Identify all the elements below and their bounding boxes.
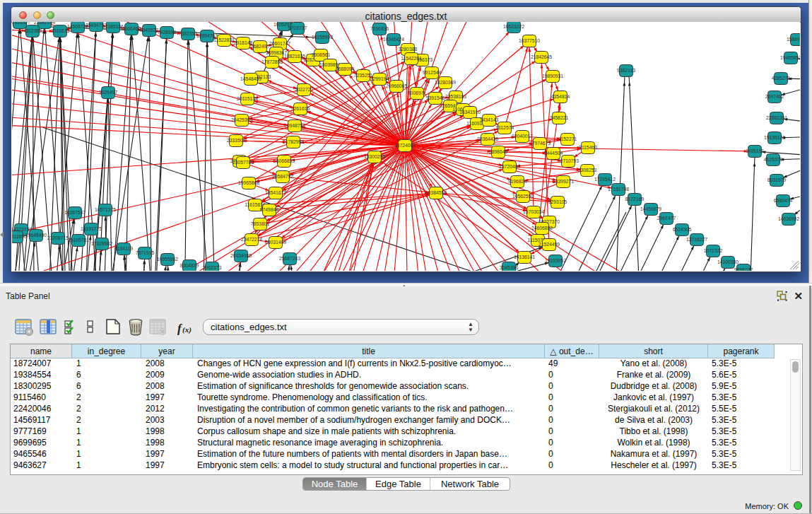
- svg-text:4129379: 4129379: [764, 157, 783, 162]
- svg-text:16267547: 16267547: [64, 210, 86, 215]
- svg-text:15066853: 15066853: [273, 158, 295, 163]
- svg-text:22682194: 22682194: [34, 22, 55, 25]
- svg-text:19465853: 19465853: [780, 55, 800, 60]
- svg-text:16377510: 16377510: [519, 38, 540, 43]
- svg-text:1072322: 1072322: [704, 248, 723, 253]
- svg-text:15869000: 15869000: [787, 37, 800, 42]
- svg-text:19384554: 19384554: [425, 190, 447, 195]
- svg-text:3688094: 3688094: [336, 66, 355, 71]
- svg-text:21842645: 21842645: [531, 54, 552, 59]
- svg-text:15193775: 15193775: [81, 226, 102, 231]
- svg-text:15703034: 15703034: [523, 209, 544, 214]
- svg-text:7371915: 7371915: [136, 250, 155, 255]
- svg-text:20601747: 20601747: [269, 41, 290, 46]
- svg-text:6293105: 6293105: [548, 199, 567, 204]
- svg-text:23057783: 23057783: [233, 160, 254, 165]
- svg-text:5703737: 5703737: [288, 25, 307, 30]
- svg-text:10955862: 10955862: [157, 257, 178, 262]
- svg-text:7428696: 7428696: [158, 30, 177, 35]
- svg-text:3529497: 3529497: [99, 90, 118, 95]
- svg-text:19139121: 19139121: [764, 135, 785, 140]
- svg-text:7382351: 7382351: [179, 31, 198, 36]
- svg-text:9261616: 9261616: [291, 106, 310, 111]
- svg-text:17872858: 17872858: [261, 59, 283, 64]
- svg-text:21782994: 21782994: [283, 139, 304, 144]
- svg-text:16523222: 16523222: [503, 24, 524, 29]
- svg-text:5391546: 5391546: [426, 95, 445, 100]
- svg-text:17329982: 17329982: [91, 241, 112, 246]
- svg-text:9898737: 9898737: [734, 267, 753, 271]
- svg-text:14100380: 14100380: [717, 259, 739, 264]
- svg-text:9912544: 9912544: [423, 70, 442, 75]
- svg-text:19890931: 19890931: [542, 74, 563, 78]
- svg-text:24606882: 24606882: [531, 226, 553, 230]
- svg-text:10571375: 10571375: [95, 207, 116, 212]
- svg-text:17295412: 17295412: [594, 177, 616, 182]
- svg-text:3434143: 3434143: [480, 117, 499, 122]
- svg-text:20966065: 20966065: [386, 83, 407, 88]
- svg-text:15155998: 15155998: [312, 35, 333, 40]
- svg-text:14456679: 14456679: [640, 206, 661, 211]
- svg-text:23472274: 23472274: [241, 237, 262, 242]
- svg-text:9343522: 9343522: [140, 28, 159, 33]
- svg-text:19040017: 19040017: [512, 134, 533, 139]
- svg-text:14280369: 14280369: [435, 80, 456, 85]
- svg-text:19648490: 19648490: [25, 233, 47, 238]
- svg-text:17151708: 17151708: [608, 187, 629, 192]
- svg-text:8152271: 8152271: [558, 136, 577, 141]
- svg-text:18300295: 18300295: [364, 154, 385, 159]
- svg-text:7853801: 7853801: [251, 221, 270, 226]
- svg-text:9382113: 9382113: [617, 68, 635, 73]
- svg-text:1312574: 1312574: [495, 125, 514, 130]
- svg-text:10562590: 10562590: [512, 194, 534, 199]
- svg-text:3033823: 3033823: [51, 28, 70, 33]
- svg-text:(x): (x): [182, 325, 192, 334]
- svg-text:17974673: 17974673: [529, 141, 551, 146]
- svg-text:25031409: 25031409: [265, 240, 286, 245]
- svg-text:2908561: 2908561: [312, 52, 331, 57]
- svg-text:18541677: 18541677: [265, 190, 286, 195]
- svg-text:6194119: 6194119: [114, 246, 133, 251]
- svg-text:25687243: 25687243: [279, 256, 300, 261]
- svg-text:2918148: 2918148: [234, 40, 253, 45]
- svg-text:2967477: 2967477: [657, 216, 676, 221]
- svg-text:9898649: 9898649: [489, 149, 508, 154]
- svg-text:18821635: 18821635: [284, 54, 305, 59]
- svg-text:3299194: 3299194: [370, 76, 389, 81]
- svg-text:9115460: 9115460: [579, 145, 597, 150]
- svg-text:13399271: 13399271: [553, 179, 574, 184]
- svg-text:5022727: 5022727: [295, 87, 314, 92]
- svg-text:4666460: 4666460: [122, 26, 141, 31]
- svg-text:3308253: 3308253: [578, 168, 597, 173]
- svg-text:25105781: 25105781: [68, 238, 89, 243]
- svg-text:19193052: 19193052: [545, 258, 566, 263]
- svg-text:2962373: 2962373: [203, 265, 222, 270]
- svg-text:3458221: 3458221: [550, 115, 569, 120]
- svg-text:4302355: 4302355: [23, 28, 42, 33]
- svg-text:16341910: 16341910: [459, 110, 481, 115]
- svg-text:20584792: 20584792: [272, 174, 293, 179]
- svg-text:2333508: 2333508: [227, 138, 246, 143]
- svg-text:20425300: 20425300: [231, 117, 252, 122]
- svg-text:3280388: 3280388: [399, 47, 418, 52]
- svg-text:18724007: 18724007: [394, 143, 416, 148]
- svg-text:22882351: 22882351: [766, 115, 787, 120]
- svg-text:9008971: 9008971: [408, 90, 427, 95]
- svg-text:3045396: 3045396: [500, 265, 519, 270]
- svg-text:14548459: 14548459: [240, 76, 261, 81]
- svg-text:6524305: 6524305: [673, 227, 692, 232]
- svg-text:15720407: 15720407: [499, 164, 520, 169]
- svg-text:13716227: 13716227: [686, 237, 707, 242]
- svg-text:10346424: 10346424: [383, 37, 404, 42]
- svg-text:8172169: 8172169: [625, 197, 645, 201]
- svg-text:6580474: 6580474: [774, 198, 793, 203]
- svg-text:20948752: 20948752: [284, 123, 305, 128]
- svg-text:22926327: 22926327: [12, 22, 30, 25]
- svg-text:8931579: 8931579: [767, 177, 787, 182]
- svg-text:21524499: 21524499: [539, 242, 560, 247]
- svg-text:20115134: 20115134: [237, 96, 258, 101]
- svg-text:23208715: 23208715: [47, 235, 69, 240]
- svg-text:9196824: 9196824: [508, 179, 527, 184]
- svg-text:19965868: 19965868: [238, 180, 259, 185]
- svg-text:14636992: 14636992: [778, 216, 799, 221]
